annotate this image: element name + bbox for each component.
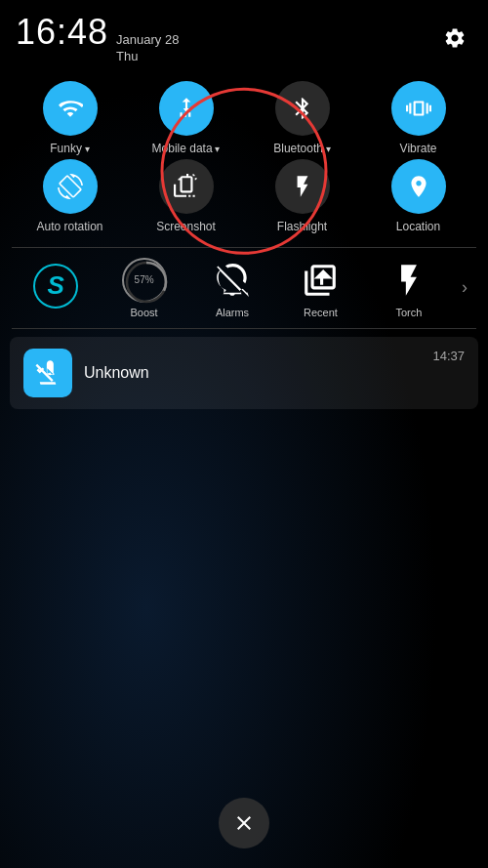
boost-label: Boost: [131, 307, 158, 318]
quick-settings: Funky Mobile data Bluetooth: [0, 73, 488, 241]
shortcut-speedmaster[interactable]: S: [12, 264, 100, 312]
qs-flashlight[interactable]: Flashlight: [259, 159, 346, 233]
torch-label: Torch: [395, 307, 422, 318]
settings-button[interactable]: [437, 21, 472, 56]
shortcuts-more-button[interactable]: ›: [453, 266, 476, 310]
notification-item[interactable]: Unknown 14:37: [10, 337, 478, 409]
torch-icon: [386, 258, 431, 303]
bluetooth-icon-btn[interactable]: [275, 81, 330, 136]
mobile-data-label: Mobile data: [152, 142, 221, 155]
shortcut-boost[interactable]: 57% Boost: [100, 258, 187, 318]
divider-2: [12, 328, 476, 329]
notification-text: Unknown: [84, 364, 421, 382]
location-label: Location: [396, 220, 440, 233]
notification-icon: [23, 349, 72, 397]
clock-time: 16:48: [16, 12, 108, 53]
alarms-icon: [210, 258, 255, 303]
notification-time: 14:37: [432, 349, 465, 363]
auto-rotation-icon-btn[interactable]: [43, 159, 98, 214]
boost-circle: 57%: [122, 258, 167, 303]
shortcut-alarms[interactable]: Alarms: [188, 258, 276, 318]
shortcut-recent[interactable]: Recent: [276, 258, 364, 318]
auto-rotation-label: Auto rotation: [36, 220, 102, 233]
qs-mobile-data[interactable]: Mobile data: [142, 81, 230, 155]
screenshot-label: Screenshot: [156, 220, 216, 233]
flashlight-icon-btn[interactable]: [275, 159, 330, 214]
mobile-data-icon-btn[interactable]: [159, 81, 214, 136]
recent-icon: [298, 258, 343, 303]
vibrate-icon-btn[interactable]: [391, 81, 446, 136]
boost-percent: 57%: [135, 274, 154, 285]
day-text: Thu: [116, 49, 179, 65]
time-block: 16:48 January 28 Thu: [16, 12, 179, 65]
status-bar: 16:48 January 28 Thu: [0, 0, 488, 73]
s-icon: S: [33, 264, 78, 309]
boost-icon: 57%: [122, 258, 167, 303]
qs-auto-rotation[interactable]: Auto rotation: [26, 159, 114, 233]
qs-row-1: Funky Mobile data Bluetooth: [12, 81, 476, 155]
bottom-button-area: [219, 798, 269, 848]
wifi-icon-btn[interactable]: [43, 81, 98, 136]
quick-settings-close-button[interactable]: [219, 798, 269, 848]
divider-1: [12, 247, 476, 248]
recent-label: Recent: [304, 307, 338, 318]
notification-title: Unknown: [84, 364, 149, 381]
qs-location[interactable]: Location: [375, 159, 463, 233]
bluetooth-label: Bluetooth: [273, 142, 331, 155]
flashlight-label: Flashlight: [277, 220, 327, 233]
qs-vibrate[interactable]: Vibrate: [375, 81, 463, 155]
screenshot-icon-btn[interactable]: [159, 159, 214, 214]
alarms-label: Alarms: [216, 307, 249, 318]
date-text: January 28: [116, 32, 179, 49]
speedmaster-icon: S: [33, 264, 78, 309]
wifi-label: Funky: [50, 142, 89, 155]
qs-wifi[interactable]: Funky: [26, 81, 114, 155]
qs-bluetooth[interactable]: Bluetooth: [259, 81, 346, 155]
vibrate-label: Vibrate: [400, 142, 437, 155]
location-icon-btn[interactable]: [391, 159, 446, 214]
qs-row-2: Auto rotation Screenshot Flashligh: [12, 159, 476, 233]
app-shortcuts: S 57% Boost: [0, 254, 488, 322]
qs-screenshot[interactable]: Screenshot: [142, 159, 230, 233]
shortcut-torch[interactable]: Torch: [365, 258, 453, 318]
date-block: January 28 Thu: [116, 32, 179, 65]
